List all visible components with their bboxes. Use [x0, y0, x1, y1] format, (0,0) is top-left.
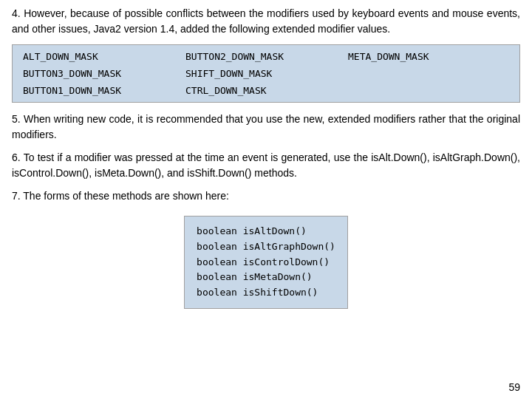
table-cell-5: SHIFT_DOWN_MASK — [183, 66, 345, 81]
code-line-1: boolean isAltDown() — [197, 224, 335, 239]
paragraph-6: 6. To test if a modifier was pressed at … — [12, 150, 520, 181]
code-center-wrapper: boolean isAltDown() boolean isAltGraphDo… — [12, 211, 520, 313]
code-line-3: boolean isControlDown() — [197, 255, 335, 270]
code-box: boolean isAltDown() boolean isAltGraphDo… — [184, 216, 348, 309]
page-number: 59 — [508, 381, 520, 393]
paragraph-5: 5. When writing new code, it is recommen… — [12, 112, 520, 143]
code-line-2: boolean isAltGraphDown() — [197, 239, 335, 255]
table-grid: ALT_DOWN_MASK BUTTON2_DOWN_MASK META_DOW… — [20, 50, 512, 98]
table-cell-4: BUTTON3_DOWN_MASK — [20, 66, 183, 81]
modifier-table: ALT_DOWN_MASK BUTTON2_DOWN_MASK META_DOW… — [12, 44, 520, 103]
table-cell-1: ALT_DOWN_MASK — [20, 50, 183, 64]
table-cell-6 — [345, 66, 512, 81]
table-cell-2: BUTTON2_DOWN_MASK — [183, 50, 345, 64]
table-cell-8: CTRL_DOWN_MASK — [183, 83, 345, 98]
paragraph-7: 7. The forms of these methods are shown … — [12, 188, 520, 204]
code-line-5: boolean isShiftDown() — [197, 285, 335, 301]
table-cell-9 — [345, 83, 512, 98]
table-cell-7: BUTTON1_DOWN_MASK — [20, 83, 183, 98]
paragraph-4: 4. However, because of possible conflict… — [12, 6, 520, 37]
code-line-4: boolean isMetaDown() — [197, 270, 335, 285]
table-cell-3: META_DOWN_MASK — [345, 50, 512, 64]
